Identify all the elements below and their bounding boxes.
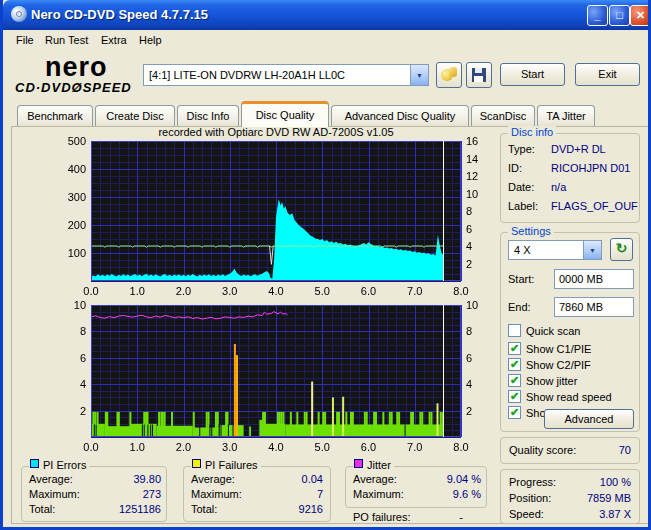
chevron-down-icon[interactable]: ▼	[410, 65, 428, 85]
quick-scan-checkbox[interactable]	[508, 324, 521, 337]
save-button[interactable]	[466, 62, 492, 88]
menu-help[interactable]: Help	[139, 34, 162, 46]
exit-button[interactable]: Exit	[575, 63, 640, 86]
pi-errors-legend-icon	[30, 459, 39, 468]
disc-type-label: Type:	[508, 143, 535, 155]
eject-disc-button[interactable]	[436, 62, 462, 88]
disc-info-title: Disc info	[508, 126, 556, 138]
speed-label: Speed:	[509, 508, 544, 520]
tab-disc-info[interactable]: Disc Info	[177, 105, 239, 126]
pi-errors-maximum-value: 273	[95, 488, 161, 500]
progress-label: Progress:	[509, 476, 556, 488]
drive-select[interactable]: [4:1] LITE-ON DVDRW LH-20A1H LL0C ▼	[143, 64, 429, 86]
scan-speed-select[interactable]: 4 X ▼	[508, 240, 602, 260]
position-value: 7859 MB	[563, 492, 631, 504]
pi-failures-maximum-label: Maximum:	[191, 488, 242, 500]
show-c2-pif-checkbox[interactable]: ✔	[508, 358, 521, 371]
speed-value: 3.87 X	[563, 508, 631, 520]
drive-select-value: [4:1] LITE-ON DVDRW LH-20A1H LL0C	[144, 69, 410, 81]
tab-disc-quality[interactable]: Disc Quality	[241, 101, 329, 127]
po-failures-value: -	[415, 511, 463, 523]
disc-type-value: DVD+R DL	[551, 143, 606, 155]
pi-errors-chart	[25, 136, 491, 296]
show-c1-pie-checkbox[interactable]: ✔	[508, 342, 521, 355]
tab-benchmark[interactable]: Benchmark	[17, 105, 93, 126]
pi-errors-maximum-label: Maximum:	[29, 488, 80, 500]
refresh-icon: ↻	[616, 240, 628, 256]
advanced-button[interactable]: Advanced	[544, 409, 634, 429]
pi-failures-legend-icon	[192, 459, 201, 468]
end-position-label: End:	[508, 301, 531, 313]
pi-failures-total-value: 9216	[257, 503, 323, 515]
show-c2-pif-label: Show C2/PIF	[526, 359, 591, 371]
po-failures-label: PO failures:	[353, 511, 410, 523]
pi-failures-average-value: 0.04	[257, 473, 323, 485]
jitter-legend-icon	[354, 459, 363, 468]
quality-score-value: 70	[593, 444, 631, 456]
settings-title: Settings	[508, 225, 554, 237]
pi-errors-total-value: 1251186	[95, 503, 161, 515]
menu-extra[interactable]: Extra	[101, 34, 127, 46]
app-window: Nero CD-DVD Speed 4.7.7.15 _ □ ✕ File Ru…	[0, 0, 651, 530]
maximize-button[interactable]: □	[609, 5, 630, 26]
jitter-average-label: Average:	[353, 473, 397, 485]
disc-label-label: Label:	[508, 200, 538, 212]
pi-errors-average-value: 39.80	[95, 473, 161, 485]
disc-id-value: RICOHJPN D01	[551, 162, 630, 174]
jitter-maximum-value: 9.6 %	[415, 488, 481, 500]
pi-errors-average-label: Average:	[29, 473, 73, 485]
start-button[interactable]: Start	[500, 63, 565, 86]
tab-create-disc[interactable]: Create Disc	[95, 105, 175, 126]
close-button[interactable]: ✕	[630, 5, 651, 26]
scan-speed-value: 4 X	[509, 244, 583, 256]
show-read-speed-label: Show read speed	[526, 391, 612, 403]
pi-failures-title: PI Failures	[191, 459, 261, 471]
disc-id-label: ID:	[508, 162, 522, 174]
jitter-maximum-label: Maximum:	[353, 488, 404, 500]
title-bar[interactable]: Nero CD-DVD Speed 4.7.7.15 _ □ ✕	[3, 0, 651, 30]
pi-failures-total-label: Total:	[191, 503, 217, 515]
start-position-field[interactable]	[554, 269, 634, 289]
refresh-button[interactable]: ↻	[610, 238, 633, 261]
tab-advanced-disc-quality[interactable]: Advanced Disc Quality	[331, 105, 469, 126]
show-read-speed-checkbox[interactable]: ✔	[508, 390, 521, 403]
chevron-down-icon[interactable]: ▼	[583, 241, 601, 259]
app-icon	[11, 6, 27, 22]
menu-bar: File Run Test Extra Help	[3, 30, 651, 52]
menu-file[interactable]: File	[16, 34, 34, 46]
quality-score-label: Quality score:	[509, 444, 576, 456]
disc-date-label: Date:	[508, 181, 534, 193]
menu-run-test[interactable]: Run Test	[45, 34, 88, 46]
tab-ta-jitter[interactable]: TA Jitter	[537, 105, 595, 126]
show-jitter-label: Show jitter	[526, 375, 577, 387]
disc-label-value: FLAGS_OF_OUF	[551, 200, 639, 212]
pi-failures-maximum-value: 7	[257, 488, 323, 500]
show-jitter-checkbox[interactable]: ✔	[508, 374, 521, 387]
window-title: Nero CD-DVD Speed 4.7.7.15	[31, 7, 208, 22]
position-label: Position:	[509, 492, 551, 504]
start-position-label: Start:	[508, 273, 534, 285]
cd-dvd-speed-logo: CD·DVDØSPEED	[15, 80, 132, 95]
pi-errors-total-label: Total:	[29, 503, 55, 515]
show-c1-pie-label: Show C1/PIE	[526, 343, 591, 355]
quick-scan-label: Quick scan	[526, 325, 580, 337]
floppy-disk-icon	[472, 68, 486, 82]
disc-date-value: n/a	[551, 181, 566, 193]
progress-value: 100 %	[563, 476, 631, 488]
nero-logo: nero	[45, 56, 108, 78]
pi-failures-chart	[25, 300, 491, 454]
minimize-button[interactable]: _	[587, 5, 608, 26]
tab-scandisc[interactable]: ScanDisc	[471, 105, 535, 126]
hand-disc-icon	[441, 67, 457, 83]
end-position-field[interactable]	[554, 297, 634, 317]
jitter-average-value: 9.04 %	[415, 473, 481, 485]
pi-failures-average-label: Average:	[191, 473, 235, 485]
show-write-speed-checkbox[interactable]: ✔	[508, 406, 521, 419]
